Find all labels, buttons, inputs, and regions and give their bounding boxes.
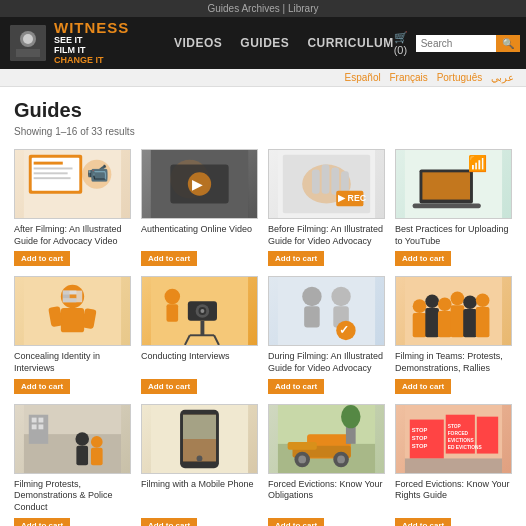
guide-title-auth-online: Authenticating Online Video [141,224,258,247]
svg-rect-54 [166,305,178,322]
breadcrumb-bar: Guides Archives | Library [0,0,526,17]
svg-text:STOP: STOP [412,442,428,448]
svg-text:EVICTIONS: EVICTIONS [448,438,475,443]
guide-title-concealing: Concealing Identity in Interviews [14,351,131,374]
guide-item-auth-online: ▶ Authenticating Online Video Add to car… [141,149,258,266]
svg-rect-39 [70,295,77,299]
svg-point-82 [75,432,89,446]
guide-item-forced-evictions: Forced Evictions: Know Your Obligations … [268,404,385,526]
svg-rect-8 [34,167,73,169]
add-to-cart-conducting[interactable]: Add to cart [141,379,197,394]
lang-portuguese[interactable]: Português [437,72,483,83]
svg-rect-83 [76,446,88,465]
guide-item-filming-teams: Filming in Teams: Protests, Demonstratio… [395,276,512,393]
guide-item-filming-mobile: Filming with a Mobile Phone Add to cart [141,404,258,526]
guide-thumb-auth-online: ▶ [141,149,258,219]
site-header: WITNESS SEE IT FILM IT CHANGE IT VIDEOS … [0,17,526,69]
guide-thumb-after-filming: 📹 [14,149,131,219]
svg-rect-36 [63,291,70,295]
svg-rect-79 [39,417,44,422]
svg-rect-85 [91,447,103,464]
search-button[interactable]: 🔍 [496,35,520,52]
svg-rect-81 [39,424,44,429]
guide-title-after-filming: After Filming: An Illustrated Guide for … [14,224,131,247]
nav-videos[interactable]: VIDEOS [174,36,222,50]
svg-text:STOP: STOP [448,424,462,429]
guide-item-best-practices: 📶 Best Practices for Uploading to YouTub… [395,149,512,266]
svg-rect-70 [425,308,439,337]
nav-guides[interactable]: GUIDES [240,36,289,50]
svg-point-48 [200,309,204,313]
svg-point-58 [331,287,350,306]
svg-rect-30 [422,172,470,199]
add-to-cart-filming-mobile[interactable]: Add to cart [141,518,197,526]
page-title: Guides [14,99,512,122]
svg-rect-74 [476,307,490,337]
guide-thumb-concealing [14,276,131,346]
guide-thumb-best-practices: 📶 [395,149,512,219]
svg-rect-100 [288,442,317,450]
svg-text:▶: ▶ [192,177,203,192]
svg-text:ED EVICTIONS: ED EVICTIONS [448,444,483,449]
guide-thumb-conducting [141,276,258,346]
add-to-cart-before-filming[interactable]: Add to cart [268,251,324,266]
svg-rect-80 [32,424,37,429]
add-to-cart-forced-evictions-rights[interactable]: Add to cart [395,518,451,526]
guide-title-forced-evictions-rights: Forced Evictions: Know Your Rights Guide [395,479,512,514]
add-to-cart-auth-online[interactable]: Add to cart [141,251,197,266]
guide-title-filming-teams: Filming in Teams: Protests, Demonstratio… [395,351,512,374]
svg-rect-73 [463,309,477,337]
svg-rect-78 [32,417,37,422]
guide-thumb-filming-mobile [141,404,258,474]
add-to-cart-filming-teams[interactable]: Add to cart [395,379,451,394]
svg-rect-22 [312,169,320,193]
guide-thumb-before-filming: ▶ REC [268,149,385,219]
guide-item-during-filming: ✓ During Filming: An Illustrated Guide f… [268,276,385,393]
add-to-cart-filming-protests[interactable]: Add to cart [14,518,70,526]
results-info: Showing 1–16 of 33 results [14,126,512,137]
guide-title-filming-protests: Filming Protests, Demonstrations & Polic… [14,479,131,514]
nav-curriculum[interactable]: CURRICULUM [307,36,393,50]
svg-rect-57 [304,307,320,328]
lang-spanish[interactable]: Español [345,72,381,83]
svg-point-67 [463,296,477,310]
cart-button[interactable]: 🛒 (0) [394,31,408,56]
guide-item-before-filming: ▶ REC Before Filming: An Illustrated Gui… [268,149,385,266]
svg-text:✓: ✓ [339,324,349,337]
guide-thumb-forced-evictions [268,404,385,474]
svg-point-102 [341,405,360,428]
guide-thumb-during-filming: ✓ [268,276,385,346]
logo-image [10,25,46,61]
guide-title-forced-evictions: Forced Evictions: Know Your Obligations [268,479,385,514]
svg-rect-9 [34,172,68,174]
logo-wrapper: WITNESS SEE IT FILM IT CHANGE IT [10,20,174,66]
breadcrumb: Guides Archives | Library [208,3,319,14]
svg-text:▶ REC: ▶ REC [338,193,367,203]
svg-rect-31 [413,203,481,208]
guide-item-concealing: Concealing Identity in Interviews Add to… [14,276,131,393]
add-to-cart-best-practices[interactable]: Add to cart [395,251,451,266]
svg-rect-55 [278,277,375,345]
svg-rect-71 [438,311,452,337]
lang-french[interactable]: Français [389,72,427,83]
add-to-cart-concealing[interactable]: Add to cart [14,379,70,394]
witness-label: WITNESS [54,20,154,37]
svg-point-91 [197,455,203,461]
add-to-cart-during-filming[interactable]: Add to cart [268,379,324,394]
svg-text:STOP: STOP [412,427,428,433]
svg-point-66 [451,292,465,306]
svg-text:📶: 📶 [468,154,488,173]
add-to-cart-after-filming[interactable]: Add to cart [14,251,70,266]
add-to-cart-forced-evictions[interactable]: Add to cart [268,518,324,526]
svg-point-65 [438,298,452,312]
main-nav: VIDEOS GUIDES CURRICULUM [174,36,394,50]
svg-rect-72 [451,306,465,338]
logo[interactable]: WITNESS SEE IT FILM IT CHANGE IT [54,20,154,66]
search-input[interactable] [416,35,496,52]
guide-thumb-filming-protests [14,404,131,474]
guide-title-best-practices: Best Practices for Uploading to YouTube [395,224,512,247]
svg-rect-40 [63,299,77,303]
svg-point-99 [337,455,345,463]
lang-arabic[interactable]: عربي [491,72,514,83]
guide-item-conducting: Conducting Interviews Add to cart [141,276,258,393]
